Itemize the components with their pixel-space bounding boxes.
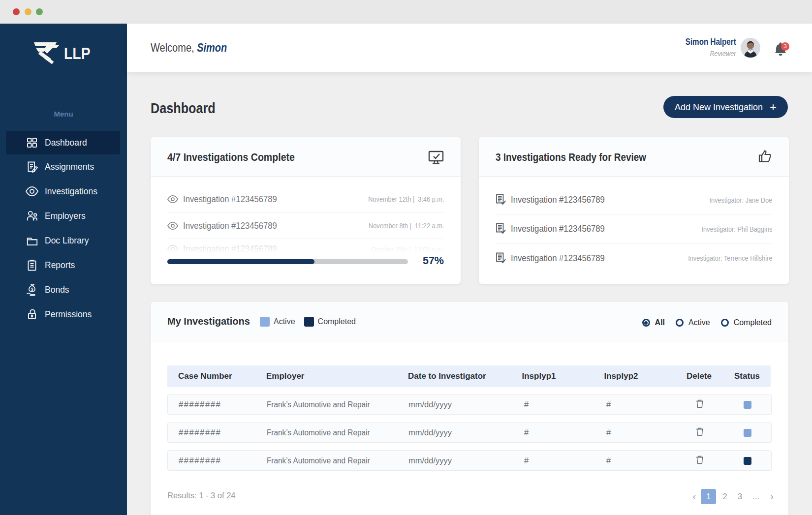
svg-text:$: $ [31, 286, 33, 291]
svg-text:LLP: LLP [64, 44, 91, 63]
